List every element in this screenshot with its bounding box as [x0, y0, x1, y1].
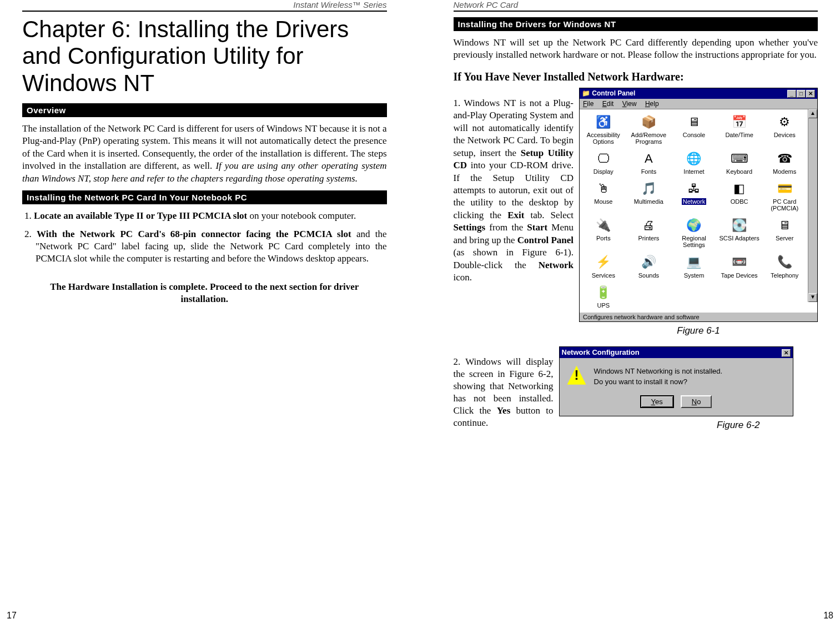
page-left: Instant Wireless™ Series Chapter 6: Inst…: [0, 0, 420, 624]
maximize-button[interactable]: □: [797, 90, 806, 98]
control-panel-item[interactable]: 💻System: [672, 253, 716, 280]
overview-paragraph: The installation of the Network PC Card …: [22, 123, 387, 185]
control-panel-item-label: ODBC: [731, 198, 748, 205]
t: Settings: [454, 222, 486, 233]
figure-6-2-caption: Figure 6-2: [559, 420, 793, 431]
menu-edit[interactable]: Edit: [602, 100, 614, 108]
close-button[interactable]: ✕: [806, 90, 815, 98]
control-panel-item[interactable]: 🌍Regional Settings: [672, 216, 716, 249]
control-panel-item[interactable]: 🔌Ports: [582, 216, 625, 249]
drivers-nt-intro: Windows NT will set up the Network PC Ca…: [454, 37, 818, 62]
app-icon: 📁: [582, 89, 590, 97]
control-panel-item[interactable]: 📼Tape Devices: [718, 253, 761, 280]
control-panel-item[interactable]: 📞Telephony: [763, 253, 806, 280]
control-panel-item-icon: 📅: [731, 114, 748, 130]
control-panel-item[interactable]: 🔊Sounds: [627, 253, 671, 280]
control-panel-item-icon: 🖵: [595, 150, 612, 167]
control-panel-item-icon: 🖧: [685, 180, 703, 197]
title-label: Control Panel: [592, 89, 635, 97]
minimize-button[interactable]: _: [787, 90, 796, 98]
control-panel-item-icon: 🔌: [595, 217, 612, 234]
page-number-left: 17: [7, 611, 17, 621]
dialog-controls: ✕: [781, 348, 791, 357]
control-panel-item[interactable]: ☎Modems: [763, 149, 806, 176]
section-drivers-nt-heading: Installing the Drivers for Windows NT: [454, 17, 818, 31]
no-button[interactable]: No: [681, 395, 712, 408]
control-panel-item[interactable]: 🎵Multimedia: [627, 179, 671, 213]
control-panel-item-label: Fonts: [641, 168, 657, 175]
control-panel-item[interactable]: 🖥Console: [672, 113, 716, 146]
control-panel-item[interactable]: 🖵Display: [582, 149, 625, 176]
scroll-down-arrow-icon[interactable]: ▼: [808, 293, 817, 302]
t: tab. Select: [524, 210, 574, 220]
figure-6-2: Network Configuration ✕ ! Windows NT Net…: [559, 346, 793, 431]
section-overview-heading: Overview: [22, 103, 387, 117]
control-panel-item-icon: 💽: [731, 217, 748, 234]
control-panel-item-icon: 🌍: [685, 217, 703, 234]
chapter-title: Chapter 6: Installing the Drivers and Co…: [22, 16, 387, 97]
step-number: 1.: [24, 210, 34, 221]
control-panel-item[interactable]: ◧ODBC: [718, 179, 761, 213]
control-panel-item[interactable]: 🔋UPS: [582, 283, 625, 310]
control-panel-item[interactable]: 🌐Internet: [672, 149, 716, 176]
control-panel-item-label: Add/Remove Programs: [628, 132, 670, 145]
dialog-title-text: Network Configuration: [562, 348, 640, 356]
control-panel-item-icon: 📦: [640, 114, 657, 130]
t: Start: [527, 222, 547, 233]
menu-file[interactable]: File: [583, 100, 593, 108]
right-step-2-text: 2. Windows will display the screen in Fi…: [454, 356, 554, 430]
control-panel-item-label: Mouse: [594, 198, 612, 205]
control-panel-item[interactable]: ⚡Services: [582, 253, 625, 280]
control-panel-item[interactable]: ♿Accessibility Options: [582, 113, 625, 146]
control-panel-item-label: Keyboard: [726, 168, 752, 175]
control-panel-item-icon: ⚙: [776, 114, 793, 130]
control-panel-item[interactable]: 📅Date/Time: [718, 113, 761, 146]
control-panel-menubar: File Edit View Help: [580, 99, 817, 109]
control-panel-item[interactable]: 📦Add/Remove Programs: [627, 113, 671, 146]
control-panel-item[interactable]: 💽SCSI Adapters: [718, 216, 761, 249]
left-step-1: 1. Locate an available Type II or Type I…: [22, 210, 387, 222]
control-panel-item-icon: ⌨: [731, 150, 748, 167]
control-panel-item-icon: 🎵: [640, 180, 657, 197]
control-panel-item-label: UPS: [597, 302, 610, 309]
control-panel-item-label: Modems: [773, 168, 796, 175]
left-step-2: 2. With the Network PC Card's 68-pin con…: [22, 228, 387, 265]
control-panel-item[interactable]: AFonts: [627, 149, 671, 176]
dialog-titlebar: Network Configuration ✕: [560, 347, 793, 358]
yes-button[interactable]: Yes: [640, 395, 674, 408]
scroll-up-arrow-icon[interactable]: ▲: [808, 109, 817, 118]
section-install-card-heading: Installing the Network PC Card In Your N…: [22, 190, 387, 204]
warning-icon: !: [567, 366, 586, 385]
control-panel-item-label: Internet: [683, 168, 704, 175]
control-panel-grid: ♿Accessibility Options📦Add/Remove Progra…: [580, 109, 817, 312]
dialog-buttons: Yes No: [560, 391, 793, 416]
menu-view[interactable]: View: [622, 100, 637, 108]
control-panel-item[interactable]: ⌨Keyboard: [718, 149, 761, 176]
control-panel-item-label: Network: [682, 198, 706, 205]
dialog-line1: Windows NT Networking is not installed.: [594, 366, 723, 377]
control-panel-item[interactable]: 🖥Server: [763, 216, 806, 249]
control-panel-item-label: System: [684, 272, 705, 279]
menu-help[interactable]: Help: [645, 100, 659, 108]
control-panel-item[interactable]: 🖨Printers: [627, 216, 671, 249]
t: from the: [485, 222, 527, 233]
dialog-body: ! Windows NT Networking is not installed…: [560, 358, 793, 391]
control-panel-item-label: Ports: [596, 235, 611, 241]
control-panel-item-icon: 💻: [685, 254, 703, 271]
control-panel-item[interactable]: 🖧Network: [672, 179, 716, 213]
control-panel-item-label: Server: [776, 235, 793, 241]
close-button[interactable]: ✕: [782, 349, 791, 357]
t: Network: [539, 260, 574, 270]
right-step-1: 📁 Control Panel _□✕ File Edit View Help: [454, 88, 818, 336]
control-panel-item-icon: 🖱: [595, 180, 612, 197]
control-panel-statusbar: Configures network hardware and software: [580, 312, 817, 321]
step-bold: Locate an available Type II or Type III …: [34, 210, 247, 221]
control-panel-item[interactable]: ⚙Devices: [763, 113, 806, 146]
dialog-line2: Do you want to install it now?: [594, 376, 723, 388]
t: Yes: [497, 405, 511, 416]
network-config-dialog: Network Configuration ✕ ! Windows NT Net…: [559, 346, 793, 416]
control-panel-item[interactable]: 🖱Mouse: [582, 179, 625, 213]
vertical-scrollbar[interactable]: ▲ ▼: [808, 109, 817, 302]
control-panel-item-icon: 🖥: [776, 217, 793, 234]
control-panel-item[interactable]: 💳PC Card (PCMCIA): [763, 179, 806, 213]
